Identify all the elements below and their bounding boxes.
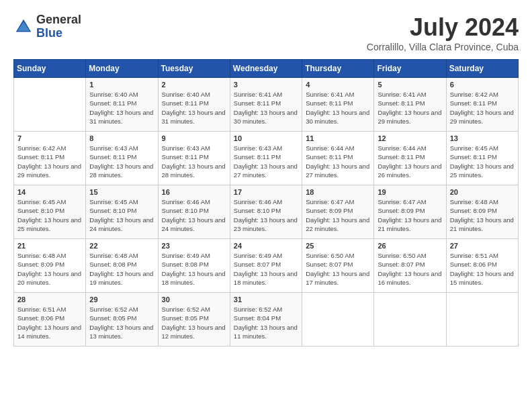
cell-info: Sunrise: 6:46 AMSunset: 8:10 PMDaylight:… — [162, 197, 226, 233]
calendar-week-4: 21Sunrise: 6:48 AMSunset: 8:09 PMDayligh… — [14, 239, 519, 293]
calendar-cell: 3Sunrise: 6:41 AMSunset: 8:11 PMDaylight… — [230, 78, 302, 132]
cell-info: Sunrise: 6:46 AMSunset: 8:10 PMDaylight:… — [234, 197, 298, 233]
logo-icon — [13, 17, 34, 37]
col-header-sunday: Sunday — [14, 60, 86, 78]
cell-info: Sunrise: 6:52 AMSunset: 8:05 PMDaylight:… — [89, 305, 154, 340]
calendar-cell: 20Sunrise: 6:48 AMSunset: 8:09 PMDayligh… — [446, 185, 518, 239]
calendar-cell: 13Sunrise: 6:45 AMSunset: 8:11 PMDayligh… — [446, 132, 518, 185]
day-number: 14 — [17, 188, 82, 196]
calendar-cell: 5Sunrise: 6:41 AMSunset: 8:11 PMDaylight… — [374, 78, 446, 132]
cell-info: Sunrise: 6:51 AMSunset: 8:06 PMDaylight:… — [17, 305, 82, 340]
cell-info: Sunrise: 6:52 AMSunset: 8:05 PMDaylight:… — [162, 305, 226, 340]
header-row: SundayMondayTuesdayWednesdayThursdayFrid… — [14, 60, 519, 78]
cell-info: Sunrise: 6:45 AMSunset: 8:10 PMDaylight:… — [17, 197, 82, 233]
cell-info: Sunrise: 6:50 AMSunset: 8:07 PMDaylight:… — [306, 251, 370, 287]
cell-info: Sunrise: 6:42 AMSunset: 8:11 PMDaylight:… — [17, 144, 82, 179]
cell-info: Sunrise: 6:47 AMSunset: 8:09 PMDaylight:… — [306, 197, 370, 233]
cell-info: Sunrise: 6:43 AMSunset: 8:11 PMDaylight:… — [162, 144, 226, 179]
cell-info: Sunrise: 6:40 AMSunset: 8:11 PMDaylight:… — [89, 90, 154, 126]
logo-general: General — [36, 13, 81, 27]
cell-info: Sunrise: 6:50 AMSunset: 8:07 PMDaylight:… — [378, 251, 442, 287]
calendar-cell: 25Sunrise: 6:50 AMSunset: 8:07 PMDayligh… — [302, 239, 374, 293]
day-number: 2 — [162, 81, 226, 89]
day-number: 11 — [306, 134, 370, 142]
cell-info: Sunrise: 6:49 AMSunset: 8:08 PMDaylight:… — [162, 251, 226, 287]
day-number: 1 — [89, 81, 154, 89]
day-number: 7 — [17, 134, 82, 142]
month-year-title: July 2024 — [367, 13, 519, 42]
day-number: 15 — [89, 188, 154, 196]
calendar-cell: 2Sunrise: 6:40 AMSunset: 8:11 PMDaylight… — [158, 78, 230, 132]
cell-info: Sunrise: 6:40 AMSunset: 8:11 PMDaylight:… — [162, 90, 226, 126]
day-number: 16 — [162, 188, 226, 196]
logo: General Blue — [13, 13, 81, 40]
calendar-week-3: 14Sunrise: 6:45 AMSunset: 8:10 PMDayligh… — [14, 185, 519, 239]
calendar-cell: 22Sunrise: 6:48 AMSunset: 8:08 PMDayligh… — [86, 239, 158, 293]
day-number: 19 — [378, 188, 442, 196]
day-number: 10 — [234, 134, 298, 142]
page-header: General Blue July 2024 Corralillo, Villa… — [13, 13, 519, 52]
cell-info: Sunrise: 6:51 AMSunset: 8:06 PMDaylight:… — [450, 251, 515, 287]
calendar-week-5: 28Sunrise: 6:51 AMSunset: 8:06 PMDayligh… — [14, 293, 519, 347]
cell-info: Sunrise: 6:41 AMSunset: 8:11 PMDaylight:… — [306, 90, 370, 126]
col-header-thursday: Thursday — [302, 60, 374, 78]
cell-info: Sunrise: 6:49 AMSunset: 8:07 PMDaylight:… — [234, 251, 298, 287]
calendar-cell: 29Sunrise: 6:52 AMSunset: 8:05 PMDayligh… — [86, 293, 158, 347]
calendar-cell: 27Sunrise: 6:51 AMSunset: 8:06 PMDayligh… — [446, 239, 518, 293]
day-number: 3 — [234, 81, 298, 89]
cell-info: Sunrise: 6:47 AMSunset: 8:09 PMDaylight:… — [378, 197, 442, 233]
calendar-table: SundayMondayTuesdayWednesdayThursdayFrid… — [13, 59, 519, 347]
cell-info: Sunrise: 6:48 AMSunset: 8:09 PMDaylight:… — [450, 197, 515, 233]
calendar-cell — [446, 293, 518, 347]
calendar-cell: 10Sunrise: 6:43 AMSunset: 8:11 PMDayligh… — [230, 132, 302, 185]
calendar-cell: 7Sunrise: 6:42 AMSunset: 8:11 PMDaylight… — [14, 132, 86, 185]
calendar-cell: 9Sunrise: 6:43 AMSunset: 8:11 PMDaylight… — [158, 132, 230, 185]
calendar-cell: 31Sunrise: 6:52 AMSunset: 8:04 PMDayligh… — [230, 293, 302, 347]
calendar-header: SundayMondayTuesdayWednesdayThursdayFrid… — [14, 60, 519, 78]
day-number: 27 — [450, 242, 515, 250]
calendar-week-1: 1Sunrise: 6:40 AMSunset: 8:11 PMDaylight… — [14, 78, 519, 132]
cell-info: Sunrise: 6:42 AMSunset: 8:11 PMDaylight:… — [450, 90, 515, 126]
calendar-cell: 8Sunrise: 6:43 AMSunset: 8:11 PMDaylight… — [86, 132, 158, 185]
calendar-cell: 24Sunrise: 6:49 AMSunset: 8:07 PMDayligh… — [230, 239, 302, 293]
calendar-cell: 15Sunrise: 6:45 AMSunset: 8:10 PMDayligh… — [86, 185, 158, 239]
calendar-cell — [14, 78, 86, 132]
day-number: 5 — [378, 81, 442, 89]
cell-info: Sunrise: 6:44 AMSunset: 8:11 PMDaylight:… — [306, 144, 370, 179]
day-number: 29 — [89, 295, 154, 304]
day-number: 18 — [306, 188, 370, 196]
day-number: 30 — [162, 295, 226, 304]
calendar-week-2: 7Sunrise: 6:42 AMSunset: 8:11 PMDaylight… — [14, 132, 519, 185]
col-header-tuesday: Tuesday — [158, 60, 230, 78]
calendar-cell — [374, 293, 446, 347]
day-number: 24 — [234, 242, 298, 250]
cell-info: Sunrise: 6:43 AMSunset: 8:11 PMDaylight:… — [89, 144, 154, 179]
day-number: 31 — [234, 295, 298, 304]
day-number: 17 — [234, 188, 298, 196]
day-number: 13 — [450, 134, 515, 142]
day-number: 21 — [17, 242, 82, 250]
col-header-saturday: Saturday — [446, 60, 518, 78]
day-number: 9 — [162, 134, 226, 142]
calendar-cell: 6Sunrise: 6:42 AMSunset: 8:11 PMDaylight… — [446, 78, 518, 132]
col-header-friday: Friday — [374, 60, 446, 78]
calendar-cell: 26Sunrise: 6:50 AMSunset: 8:07 PMDayligh… — [374, 239, 446, 293]
calendar-cell: 12Sunrise: 6:44 AMSunset: 8:11 PMDayligh… — [374, 132, 446, 185]
logo-blue: Blue — [36, 27, 81, 40]
day-number: 12 — [378, 134, 442, 142]
title-block: July 2024 Corralillo, Villa Clara Provin… — [367, 13, 519, 52]
calendar-cell: 14Sunrise: 6:45 AMSunset: 8:10 PMDayligh… — [14, 185, 86, 239]
day-number: 8 — [89, 134, 154, 142]
calendar-cell: 11Sunrise: 6:44 AMSunset: 8:11 PMDayligh… — [302, 132, 374, 185]
day-number: 22 — [89, 242, 154, 250]
calendar-body: 1Sunrise: 6:40 AMSunset: 8:11 PMDaylight… — [14, 78, 519, 347]
cell-info: Sunrise: 6:48 AMSunset: 8:08 PMDaylight:… — [89, 251, 154, 287]
col-header-wednesday: Wednesday — [230, 60, 302, 78]
day-number: 20 — [450, 188, 515, 196]
cell-info: Sunrise: 6:43 AMSunset: 8:11 PMDaylight:… — [234, 144, 298, 179]
col-header-monday: Monday — [86, 60, 158, 78]
calendar-cell — [302, 293, 374, 347]
day-number: 26 — [378, 242, 442, 250]
logo-text: General Blue — [36, 13, 81, 40]
calendar-cell: 28Sunrise: 6:51 AMSunset: 8:06 PMDayligh… — [14, 293, 86, 347]
